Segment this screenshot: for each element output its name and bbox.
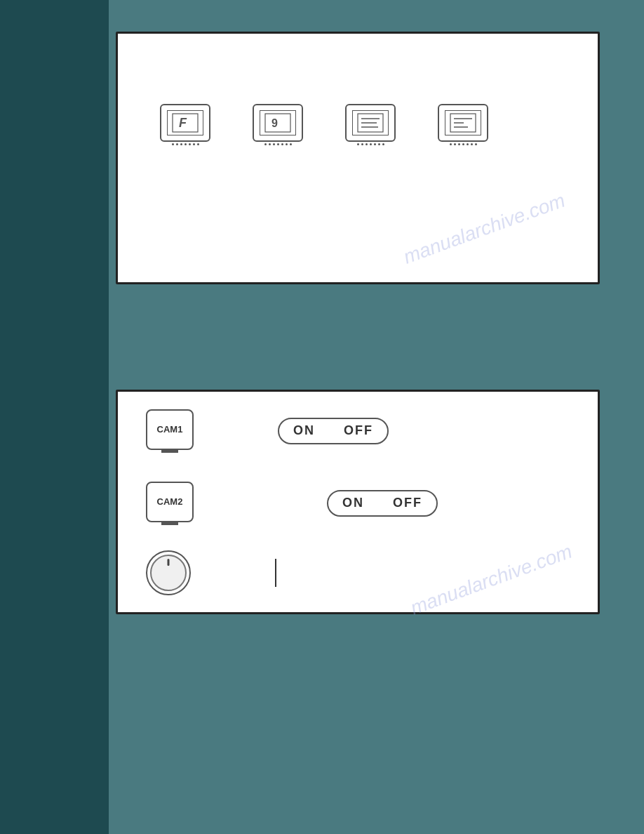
dot	[197, 143, 199, 145]
monitor-icon-1: F	[160, 104, 210, 145]
dot	[361, 143, 363, 145]
dot	[172, 143, 174, 145]
dot	[458, 143, 460, 145]
dot	[277, 143, 279, 145]
dot	[462, 143, 464, 145]
monitor-body-4	[438, 104, 488, 142]
monitor-icon-4	[438, 104, 488, 145]
monitor-icon-3	[345, 104, 396, 145]
cam2-label: CAM2	[157, 496, 183, 507]
dot	[176, 143, 178, 145]
knob-icon[interactable]	[146, 550, 191, 595]
dot	[378, 143, 380, 145]
dot	[475, 143, 477, 145]
cam1-off-label[interactable]: OFF	[344, 423, 373, 438]
dot	[374, 143, 376, 145]
cam1-icon: CAM1	[146, 409, 194, 450]
cam2-toggle[interactable]: ON OFF	[327, 490, 438, 517]
cam1-label: CAM1	[157, 424, 183, 435]
cam1-on-label[interactable]: ON	[293, 423, 315, 438]
dot	[281, 143, 283, 145]
dot	[269, 143, 271, 145]
monitor-body-1: F	[160, 104, 210, 142]
dot	[286, 143, 288, 145]
screen-svg-2: 9	[264, 113, 291, 133]
screen-svg-3	[357, 113, 384, 133]
monitor-dots-3	[357, 143, 384, 145]
dot	[180, 143, 182, 145]
watermark-panel1: manualarchive.com	[401, 189, 568, 268]
cam2-icon-wrap: CAM2	[146, 482, 194, 525]
monitor-dots-4	[450, 143, 477, 145]
panel1: F 9	[116, 32, 600, 284]
monitor-body-2: 9	[253, 104, 303, 142]
dot	[273, 143, 275, 145]
cam1-row: CAM1 ON OFF	[118, 397, 598, 464]
monitor-dots-1	[172, 143, 199, 145]
monitor-dots-2	[264, 143, 292, 145]
panel1-icons: F 9	[118, 62, 598, 145]
cam2-row: CAM2 ON OFF	[118, 470, 598, 536]
monitor-screen-2: 9	[260, 110, 296, 135]
left-sidebar	[0, 0, 109, 834]
dot	[471, 143, 473, 145]
cam1-icon-wrap: CAM1	[146, 409, 194, 453]
slider-area	[275, 559, 276, 587]
dot	[357, 143, 359, 145]
dot	[185, 143, 187, 145]
dot	[450, 143, 452, 145]
cam1-toggle[interactable]: ON OFF	[278, 418, 389, 444]
cam2-off-label[interactable]: OFF	[393, 496, 422, 510]
dot	[189, 143, 191, 145]
screen-svg-4	[450, 113, 476, 133]
cam2-icon: CAM2	[146, 482, 194, 522]
dot	[193, 143, 195, 145]
knob-row	[118, 539, 598, 606]
cam2-on-label[interactable]: ON	[342, 496, 364, 510]
monitor-screen-4	[445, 110, 481, 135]
dot	[382, 143, 384, 145]
dot	[370, 143, 372, 145]
slider-bar[interactable]	[275, 559, 276, 587]
screen-svg-1: F	[172, 113, 199, 133]
dot	[467, 143, 469, 145]
dot	[264, 143, 267, 145]
svg-text:F: F	[179, 116, 187, 130]
dot	[365, 143, 368, 145]
knob-indicator	[168, 559, 170, 566]
svg-rect-2	[265, 114, 290, 132]
monitor-screen-3	[352, 110, 389, 135]
panel2: CAM1 ON OFF CAM2 ON OFF	[116, 390, 600, 614]
monitor-icon-2: 9	[253, 104, 303, 145]
svg-text:9: 9	[271, 117, 278, 129]
dot	[290, 143, 292, 145]
cam2-toggle-divider	[378, 496, 379, 511]
monitor-screen-1: F	[167, 110, 203, 135]
knob-inner	[150, 555, 187, 591]
dot	[454, 143, 456, 145]
monitor-body-3	[345, 104, 396, 142]
cam1-toggle-divider	[329, 423, 330, 439]
